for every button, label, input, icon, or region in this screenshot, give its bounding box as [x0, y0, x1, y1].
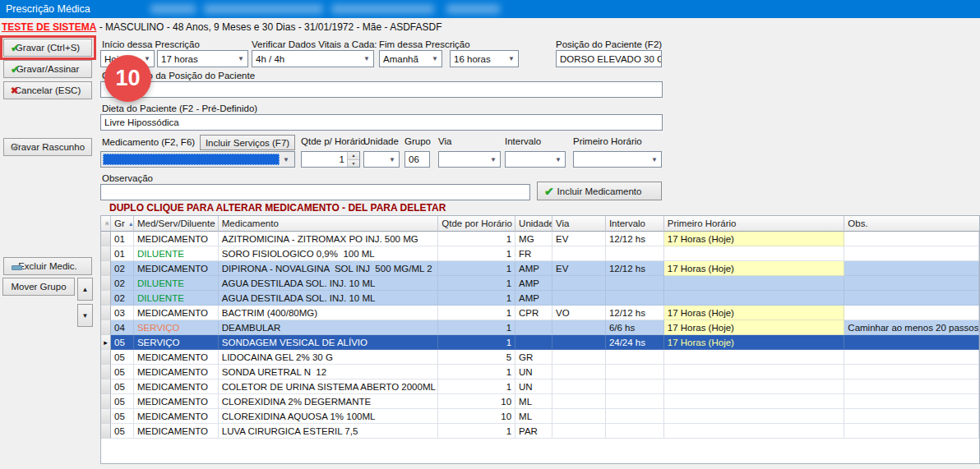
table-row[interactable]: 01DILUENTESORO FISIOLOGICO 0,9% 100 ML1F…	[101, 246, 979, 261]
tipo-cell[interactable]: MEDICAMENTO	[134, 261, 219, 276]
gr-cell[interactable]: 01	[111, 246, 134, 261]
qtde-cell[interactable]: 1	[438, 365, 515, 379]
gr-cell[interactable]: 05	[111, 350, 134, 365]
medicamento-cell[interactable]: BACTRIM (400/80MG)	[219, 306, 438, 320]
qtde-cell[interactable]: 1	[438, 276, 515, 291]
unidade-cell[interactable]: PAR	[515, 424, 552, 439]
primeiro-horario-cell[interactable]	[664, 291, 845, 306]
medicamento-cell[interactable]: DEAMBULAR	[219, 320, 438, 335]
gr-cell[interactable]: 02	[111, 291, 134, 306]
qtde-cell[interactable]: 1	[438, 320, 515, 335]
obs-cell[interactable]	[844, 232, 979, 246]
via-cell[interactable]: EV	[552, 261, 606, 276]
primeiro-horario-cell[interactable]	[664, 379, 845, 394]
via-cell[interactable]	[552, 350, 606, 365]
primeiro-horario-combo[interactable]: ▼	[573, 151, 662, 168]
unidade-cell[interactable]: GR	[515, 350, 552, 365]
medicamento-cell[interactable]: AZITROMICINA - ZITROMAX PO INJ. 500 MG	[219, 232, 438, 246]
via-cell[interactable]	[552, 276, 606, 291]
medicamento-cell[interactable]: AGUA DESTILADA SOL. INJ. 10 ML	[219, 276, 438, 291]
tipo-cell[interactable]: SERVIÇO	[134, 320, 219, 335]
table-row[interactable]: 05MEDICAMENTOSONDA URETRAL N 121UN	[101, 365, 979, 379]
medicamento-cell[interactable]: SONDA URETRAL N 12	[219, 365, 438, 379]
obs-cell[interactable]	[844, 335, 979, 350]
medicamento-cell[interactable]: CLOREXIDINA 2% DEGERMANTE	[219, 394, 438, 409]
col-header-obs[interactable]: Obs.	[844, 216, 979, 232]
intervalo-cell[interactable]: 12/12 hs	[606, 306, 664, 320]
intervalo-cell[interactable]	[606, 350, 664, 365]
primeiro-horario-cell[interactable]: 17 Horas (Hoje)	[664, 232, 845, 246]
primeiro-horario-cell[interactable]	[664, 246, 845, 261]
gr-cell[interactable]: 05	[111, 394, 134, 409]
vitais-combo[interactable]: 4h / 4h ▼	[252, 50, 374, 67]
unidade-cell[interactable]: ML	[515, 394, 552, 409]
table-row[interactable]: 05MEDICAMENTOCLOREXIDINA 2% DEGERMANTE10…	[101, 394, 979, 409]
tipo-cell[interactable]: MEDICAMENTO	[134, 394, 219, 409]
obs-cell[interactable]	[844, 306, 979, 320]
intervalo-cell[interactable]: 24/24 hs	[606, 335, 664, 350]
arrow-down-icon[interactable]: ▼	[348, 160, 359, 168]
medicamento-cell[interactable]: COLETOR DE URINA SISTEMA ABERTO 2000ML	[219, 379, 438, 394]
primeiro-horario-cell[interactable]	[664, 409, 845, 424]
unidade-cell[interactable]: AMP	[515, 291, 552, 306]
obs-cell[interactable]	[844, 409, 979, 424]
qtde-cell[interactable]: 1	[438, 246, 515, 261]
via-cell[interactable]	[552, 291, 606, 306]
unidade-cell[interactable]	[515, 335, 552, 350]
qtde-cell[interactable]: 1	[438, 261, 515, 276]
tipo-cell[interactable]: MEDICAMENTO	[134, 379, 219, 394]
gr-cell[interactable]: 05	[111, 379, 134, 394]
save-sign-button[interactable]: ✔ Gravar/Assinar	[3, 60, 92, 78]
intervalo-cell[interactable]	[606, 276, 664, 291]
via-cell[interactable]	[552, 424, 606, 439]
col-header-via[interactable]: Via	[552, 216, 606, 232]
tipo-cell[interactable]: DILUENTE	[134, 246, 219, 261]
via-cell[interactable]: VO	[552, 306, 606, 320]
move-group-down-button[interactable]: ▼	[77, 304, 93, 327]
obs-cell[interactable]	[844, 350, 979, 365]
obs-posicao-input[interactable]	[100, 81, 663, 98]
table-row[interactable]: ▸05SERVIÇOSONDAGEM VESICAL DE ALÍVIO124/…	[101, 335, 979, 350]
gr-cell[interactable]: 04	[111, 320, 134, 335]
save-draft-button[interactable]: ✔ Gravar Rascunho	[3, 138, 92, 156]
intervalo-cell[interactable]	[606, 379, 664, 394]
intervalo-cell[interactable]	[606, 424, 664, 439]
cancel-button[interactable]: ✖ Cancelar (ESC)	[3, 81, 92, 99]
col-header-medicamento[interactable]: Medicamento	[219, 216, 438, 232]
intervalo-combo[interactable]: ▼	[505, 151, 566, 168]
col-header-gr[interactable]: Gr▲	[111, 216, 134, 232]
tipo-cell[interactable]: MEDICAMENTO	[134, 365, 219, 379]
via-cell[interactable]	[552, 394, 606, 409]
obs-cell[interactable]	[844, 365, 979, 379]
col-header-qtde[interactable]: Qtde por Horário	[438, 216, 515, 232]
obs-cell[interactable]: Caminhar ao menos 20 passos	[844, 320, 979, 335]
intervalo-cell[interactable]: 12/12 hs	[606, 261, 664, 276]
tipo-cell[interactable]: DILUENTE	[134, 291, 219, 306]
col-header-tipo[interactable]: Med/Serv/Diluente	[134, 216, 219, 232]
qtde-cell[interactable]: 1	[438, 306, 515, 320]
tipo-cell[interactable]: MEDICAMENTO	[134, 306, 219, 320]
primeiro-horario-cell[interactable]	[664, 276, 845, 291]
tipo-cell[interactable]: MEDICAMENTO	[134, 409, 219, 424]
tipo-cell[interactable]: SERVIÇO	[134, 335, 219, 350]
obs-cell[interactable]	[844, 291, 979, 306]
col-header-unidade[interactable]: Unidade	[515, 216, 552, 232]
dieta-input[interactable]	[100, 114, 663, 131]
row-indicator-header[interactable]: ✳	[101, 216, 111, 232]
obs-cell[interactable]	[844, 246, 979, 261]
intervalo-cell[interactable]	[606, 246, 664, 261]
qtde-cell[interactable]: 1	[438, 291, 515, 306]
intervalo-cell[interactable]	[606, 394, 664, 409]
via-cell[interactable]	[552, 409, 606, 424]
unidade-cell[interactable]: FR	[515, 246, 552, 261]
obs-cell[interactable]	[844, 394, 979, 409]
quantity-stepper[interactable]: 1 ▲ ▼	[301, 151, 360, 168]
obs-cell[interactable]	[844, 424, 979, 439]
unidade-cell[interactable]: CPR	[515, 306, 552, 320]
col-header-intervalo[interactable]: Intervalo	[606, 216, 664, 232]
table-row[interactable]: 01MEDICAMENTOAZITROMICINA - ZITROMAX PO …	[101, 232, 979, 246]
via-cell[interactable]: EV	[552, 232, 606, 246]
gr-cell[interactable]: 02	[111, 276, 134, 291]
unidade-cell[interactable]: AMP	[515, 261, 552, 276]
unidade-cell[interactable]: UN	[515, 365, 552, 379]
